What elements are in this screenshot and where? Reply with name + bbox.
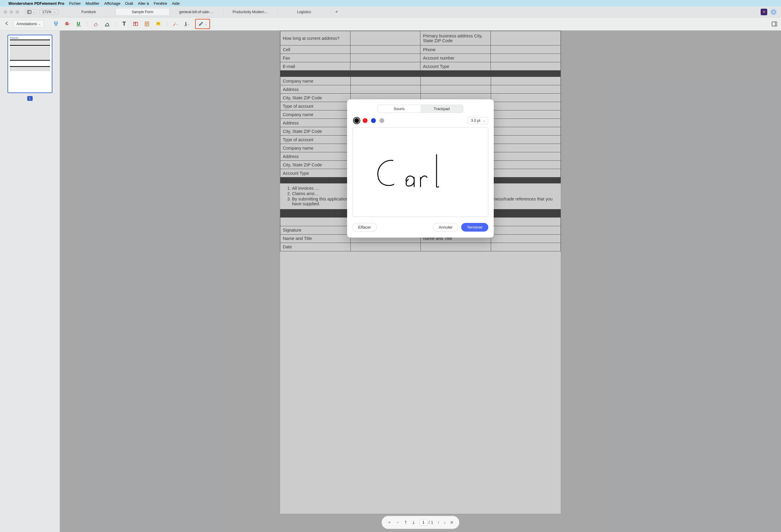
eraser-icon (93, 21, 98, 27)
page-number-badge[interactable]: 1 (27, 96, 33, 101)
panel-icon (27, 10, 31, 14)
cancel-button[interactable]: Annuler (433, 223, 458, 232)
separator (116, 21, 116, 27)
note-tool[interactable] (144, 21, 150, 27)
text-box-icon: T (133, 21, 138, 27)
strikethrough-tool[interactable]: S (64, 21, 70, 27)
note-icon (144, 21, 150, 27)
chevron-down-icon: ⌄ (205, 22, 207, 26)
svg-line-18 (173, 23, 175, 26)
minimize-window-button[interactable] (9, 10, 13, 14)
document-tabs: Furniture Sample Form general-bill-of-sa… (62, 9, 758, 15)
highlighter-icon (53, 21, 59, 27)
svg-text:S: S (66, 21, 68, 26)
area-eraser-icon (105, 21, 110, 27)
annotations-label: Annotations (16, 22, 37, 26)
underline-tool[interactable]: U (76, 21, 82, 27)
handwriting-preview (362, 137, 479, 207)
signature-modal-backdrop: Souris Trackpad 3.0 pt ⌄ (60, 31, 781, 532)
svg-text:T: T (123, 21, 126, 26)
clear-button[interactable]: Effacer (353, 223, 377, 232)
tab-logistics[interactable]: Logistics (277, 9, 331, 15)
sidebar-toggle[interactable]: ⌄ (25, 9, 37, 15)
chevron-down-icon: ⌄ (53, 10, 56, 13)
annotations-dropdown[interactable]: Annotations ⌄ (13, 20, 44, 28)
chevron-down-icon: ⌄ (483, 119, 485, 122)
text-icon: T (122, 21, 127, 27)
arrow-tool[interactable]: ⌄ (172, 21, 178, 27)
app-name[interactable]: Wondershare PDFelement Pro (8, 1, 64, 6)
chevron-down-icon: ⌄ (38, 22, 41, 26)
svg-rect-0 (28, 10, 31, 13)
chevron-left-icon (5, 21, 8, 26)
color-blue[interactable] (371, 118, 376, 123)
window-titlebar: ⌄ 171% ⌄ Furniture Sample Form general-b… (0, 7, 781, 17)
tab-sample-form[interactable]: Sample Form (116, 9, 170, 15)
highlight-tool[interactable] (53, 21, 59, 27)
area-eraser-tool[interactable] (104, 21, 110, 27)
text-box-tool[interactable]: T (132, 21, 138, 27)
input-method-segment: Souris Trackpad (378, 105, 463, 113)
pen-nib-icon (198, 21, 203, 27)
text-tool[interactable]: T (121, 21, 127, 27)
stroke-width-value: 3.0 pt (471, 119, 480, 123)
menu-fichier[interactable]: Fichier (69, 1, 81, 6)
svg-rect-15 (156, 22, 160, 26)
svg-rect-22 (772, 22, 777, 26)
done-button[interactable]: Terminer (461, 223, 488, 232)
color-gray[interactable] (379, 118, 384, 123)
stamp-icon (184, 21, 187, 27)
menu-affichage[interactable]: Affichage (104, 1, 120, 6)
document-canvas[interactable]: How long at current address?Primary busi… (60, 31, 781, 532)
arrow-icon (172, 21, 175, 27)
signature-modal: Souris Trackpad 3.0 pt ⌄ (347, 99, 494, 238)
macos-menubar: Wondershare PDFelement Pro Fichier Modif… (0, 0, 781, 7)
add-tab-button[interactable]: ＋ (331, 9, 342, 15)
separator (87, 21, 87, 27)
menu-aller-a[interactable]: Aller à (138, 1, 149, 6)
annotation-toolbar: Annotations ⌄ S U T T (0, 17, 781, 31)
menu-fenetre[interactable]: Fenêtre (154, 1, 167, 6)
fullscreen-window-button[interactable] (15, 10, 19, 14)
zoom-selector[interactable]: 171% ⌄ (40, 9, 58, 15)
thumb-title: PANACEA (10, 37, 50, 39)
segment-trackpad[interactable]: Trackpad (420, 105, 463, 113)
tab-productivity[interactable]: Productivity Modern… (223, 9, 277, 15)
svg-point-19 (186, 22, 187, 24)
menu-aide[interactable]: Aide (172, 1, 180, 6)
sticky-icon (156, 21, 161, 27)
tab-furniture[interactable]: Furniture (62, 9, 116, 15)
stamp-tool[interactable]: ⌄ (184, 21, 190, 27)
strikethrough-icon: S (65, 21, 70, 27)
svg-text:U: U (77, 21, 80, 26)
chevron-down-icon: ⌄ (187, 22, 190, 26)
brand-badge-icon[interactable]: ✶ (761, 9, 767, 15)
panel-right-icon (772, 22, 777, 26)
menu-modifier[interactable]: Modifier (86, 1, 99, 6)
sticky-note-tool[interactable] (155, 21, 161, 27)
eraser-tool[interactable] (93, 21, 99, 27)
chevron-down-icon: ⌄ (176, 22, 178, 26)
underline-icon: U (76, 21, 81, 27)
traffic-lights (0, 10, 23, 14)
signature-tool[interactable]: ⌄ (195, 19, 210, 29)
svg-point-21 (200, 25, 200, 25)
color-red[interactable] (363, 118, 367, 123)
stroke-width-select[interactable]: 3.0 pt ⌄ (468, 117, 488, 124)
color-swatches (354, 118, 384, 123)
back-button[interactable] (4, 21, 9, 27)
panel-right-toggle[interactable] (772, 21, 777, 27)
color-black[interactable] (354, 118, 359, 123)
tab-bill-of-sale[interactable]: general-bill-of-sale-… (170, 9, 223, 15)
thumbnails-panel: PANACEA 1 (0, 31, 60, 532)
chevron-down-icon: ⌄ (33, 10, 35, 13)
separator (167, 21, 167, 27)
zoom-value: 171% (42, 10, 51, 14)
workspace: PANACEA 1 How long at current address?Pr… (0, 31, 781, 532)
segment-mouse[interactable]: Souris (378, 105, 420, 113)
page-thumbnail[interactable]: PANACEA (7, 35, 52, 93)
signature-canvas[interactable] (353, 127, 488, 217)
close-window-button[interactable] (4, 10, 7, 14)
user-avatar[interactable]: ◯ (770, 9, 777, 15)
menu-outil[interactable]: Outil (125, 1, 133, 6)
